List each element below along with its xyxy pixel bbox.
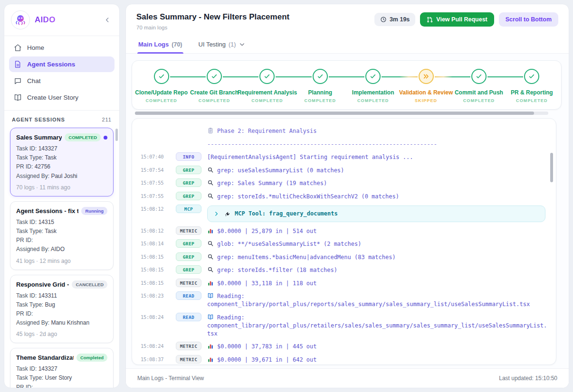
log-text: $0.0000 | 33,118 in | 118 out — [217, 280, 317, 287]
aido-logo-icon — [11, 10, 30, 29]
sidebar: AIDO HomeAgent SessionsChatCreate User S… — [4, 4, 120, 388]
tab-ui-testing[interactable]: UI Testing(1) — [198, 36, 247, 53]
pipeline-step-requirement-analysis: Requirement AnalysisCOMPLETED — [241, 69, 294, 103]
search-icon — [207, 266, 214, 273]
scroll-to-bottom-button[interactable]: Scroll to Bottom — [499, 12, 558, 27]
check-icon[interactable] — [471, 69, 487, 84]
sidebar-item-label: Create User Story — [27, 94, 78, 101]
open-book-icon — [207, 314, 214, 320]
pipeline-step-clone-update-repo: Clone/Update RepoCOMPLETED — [135, 69, 188, 103]
log-rows: Phase 2: Requirement Analysis-----------… — [141, 126, 547, 365]
log-text: [RequirementAnalysisAgent] Starting requ… — [207, 154, 413, 160]
check-icon[interactable] — [524, 69, 539, 84]
clock-icon — [380, 16, 387, 23]
sidebar-item-agent-sessions[interactable]: Agent Sessions — [9, 56, 115, 72]
check-icon[interactable] — [259, 69, 275, 84]
log-message: Reading:component_library/portal_plus/re… — [207, 313, 547, 338]
log-divider: ----------------------------------------… — [141, 140, 547, 149]
footer-view-label: Main Logs - Terminal View — [137, 375, 204, 382]
log-timestamp: 15:08:24 — [141, 313, 170, 320]
sessions-list: Sales Summary - N...COMPLETEDTask ID: 14… — [4, 127, 119, 388]
session-card[interactable]: Theme Standardization...CompletedTask ID… — [10, 348, 114, 388]
tab-label: UI Testing — [199, 41, 226, 48]
view-pull-request-button[interactable]: View Pull Request — [420, 12, 494, 27]
log-text-line2: component_library/portal_plus/retailers/… — [207, 322, 547, 338]
pipeline-steps: Clone/Update RepoCOMPLETEDCreate Git Bra… — [135, 69, 558, 103]
session-title: Responsive Grid - addi... — [16, 281, 69, 288]
page-title: Sales Summary - New Filters Placement — [136, 12, 289, 22]
log-timestamp: 15:08:23 — [141, 291, 170, 299]
step-label: Requirement Analysis — [238, 89, 297, 96]
tab-count: (1) — [229, 41, 236, 48]
tab-count: (70) — [172, 41, 182, 48]
log-timestamp: 15:08:12 — [141, 226, 170, 233]
check-icon[interactable] — [154, 69, 169, 84]
step-connector — [435, 76, 453, 77]
step-label: Clone/Update Repo — [135, 89, 188, 96]
skip-icon[interactable] — [419, 69, 434, 84]
step-connector — [329, 76, 347, 77]
sidebar-item-home[interactable]: Home — [9, 40, 115, 56]
log-message: grep: useSalesSummaryList (0 matches) — [207, 166, 547, 175]
phase-title: Phase 2: Requirement Analysis — [217, 128, 317, 134]
log-text: Reading: — [217, 314, 245, 321]
log-timestamp: 15:07:55 — [141, 192, 170, 199]
log-badge-grep: GREP — [176, 252, 201, 261]
log-badge-metric: METRIC — [176, 226, 201, 235]
sidebar-item-label: Chat — [27, 77, 41, 84]
mcp-tool-panel[interactable]: MCP Tool: frag_query_documents — [207, 205, 545, 222]
book-icon — [14, 93, 22, 102]
main-header: Sales Summary - New Filters Placement 70… — [126, 4, 569, 36]
clipboard-icon — [207, 127, 214, 134]
session-card[interactable]: Agent Sessions - fix the d...RunningTask… — [10, 201, 114, 270]
check-icon[interactable] — [313, 69, 328, 84]
status-badge: CANCELLED — [72, 280, 107, 289]
sidebar-item-create-user-story[interactable]: Create User Story — [9, 90, 115, 105]
session-card[interactable]: Sales Summary - N...COMPLETEDTask ID: 14… — [10, 128, 114, 196]
status-badge: Running — [81, 207, 107, 215]
sessions-scrollbar[interactable] — [115, 129, 118, 141]
session-meta: 41 logs · 12 mins ago — [16, 258, 107, 264]
brand-row: AIDO — [4, 4, 119, 36]
step-connector — [170, 76, 188, 77]
bar-chart-icon — [207, 343, 214, 349]
session-card[interactable]: Responsive Grid - addi...CANCELLEDTask I… — [10, 275, 114, 344]
log-badge-grep: GREP — [176, 239, 201, 248]
bar-chart-icon — [207, 356, 214, 363]
log-row: 15:08:14GREPglob: **/*useSalesSummaryLis… — [141, 239, 547, 248]
unread-dot — [104, 136, 107, 140]
step-connector — [347, 76, 365, 77]
log-row: 15:08:15GREPgrep: menuItems.*basicMenu|a… — [141, 252, 547, 261]
sessions-section-header: AGENT SESSIONS 211 — [4, 111, 119, 127]
sidebar-item-chat[interactable]: Chat — [9, 73, 115, 89]
check-icon[interactable] — [207, 69, 222, 84]
step-connector — [223, 76, 241, 77]
log-message: $0.0000 | 37,783 in | 445 out — [207, 342, 547, 351]
check-icon[interactable] — [365, 69, 381, 84]
session-field: Task ID: 143327 — [16, 364, 107, 373]
step-status: COMPLETED — [305, 98, 336, 103]
log-badge-metric: METRIC — [176, 342, 201, 350]
log-timestamp: 15:08:37 — [141, 355, 170, 362]
session-title: Sales Summary - N... — [16, 134, 62, 141]
log-text: grep: storeIds.*filter (18 matches) — [217, 267, 337, 273]
duration-value: 3m 19s — [390, 16, 410, 23]
sidebar-collapse-button[interactable] — [102, 15, 113, 25]
log-row: 15:07:55GREPgrep: Sales Summary (19 matc… — [141, 178, 547, 187]
session-meta: 70 logs · 11 mins ago — [16, 184, 107, 191]
step-connector — [400, 76, 418, 77]
log-vertical-scrollbar-thumb[interactable] — [550, 153, 553, 182]
session-field: PR ID: — [16, 383, 107, 388]
session-field: Assigned By: Paul Joshi — [16, 172, 107, 181]
log-badge-metric: METRIC — [176, 355, 201, 364]
log-message: grep: storeIds.*multiCheckBoxWithSearchV… — [207, 192, 547, 201]
log-text: $0.0000 | 39,671 in | 642 out — [217, 356, 317, 363]
log-text: grep: menuItems.*basicMenu|advancedMenu … — [217, 254, 396, 261]
horizontal-scrollbar-thumb[interactable] — [135, 112, 534, 115]
bar-chart-icon — [207, 227, 214, 234]
tab-main-logs[interactable]: Main Logs(70) — [137, 36, 183, 53]
log-badge-grep: GREP — [176, 265, 201, 274]
log-text: glob: **/*useSalesSummaryList* (2 matche… — [217, 241, 361, 247]
mcp-tool-label: MCP Tool: frag_query_documents — [235, 210, 338, 218]
pipeline-step-implementation: ImplementationCOMPLETED — [347, 69, 400, 103]
